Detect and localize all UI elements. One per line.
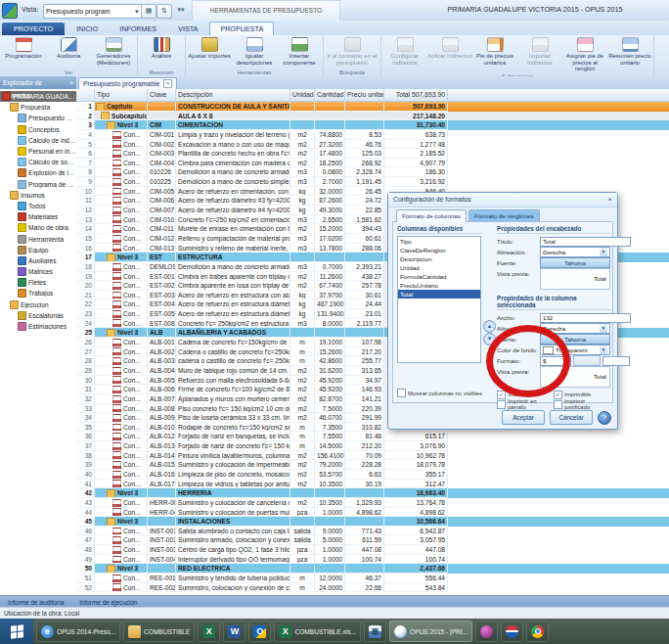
ribbon-tab-vista[interactable]: VISTA — [168, 23, 207, 35]
col-total[interactable]: Total 507,693.90 — [384, 89, 448, 101]
status-tab-informe-de-ejecuci-n[interactable]: Informe de ejecución — [71, 599, 145, 606]
taskbar-item-excel[interactable]: X — [198, 621, 220, 642]
sidebar-item-ejecucion[interactable]: Ejecucion — [0, 299, 76, 310]
taskbar-item-opus-2015-pri[interactable]: OPUS 2015 - [PRI... — [389, 621, 472, 642]
aceptar-button[interactable]: Aceptar — [502, 410, 545, 425]
ribbon-button-programaci-n[interactable]: Programación — [1, 36, 46, 69]
sidebar-item-explosi-n-de-insumos[interactable]: Explosión de insumos — [0, 167, 76, 178]
sidebar-item-insumos[interactable]: Insumos — [0, 190, 76, 201]
quick-sort-button[interactable]: ⇅ — [156, 4, 172, 19]
ribbon-button-auditor-a[interactable]: Auditoría — [46, 36, 91, 69]
sidebar-item-mano-de-obra[interactable]: Mano de obra — [0, 222, 76, 233]
close-icon[interactable]: × — [607, 193, 612, 207]
table-row-cim-001[interactable]: 4Con...CIM-001Limpia y trazo y nivelació… — [76, 130, 669, 140]
table-row-construccion-de-aula-y-sanitarios-en-la[interactable]: 1CapítuloCONSTRUCCION DE AULA Y SANITARI… — [76, 102, 669, 112]
vista-combo[interactable]: Presupuesto program ▼ — [43, 4, 143, 19]
ribbon-button-insertar-componente[interactable]: Insertar componente — [277, 36, 322, 69]
sidebar-item-estimaciones[interactable]: Estimaciones — [0, 321, 76, 332]
quick-more-button[interactable]: ▾▾ — [174, 4, 188, 17]
sidebar-item-programa-de-suminist[interactable]: Programa de suminist... — [0, 179, 76, 190]
ribbon-tab-informes[interactable]: INFORMES — [110, 23, 166, 35]
dialog-column-item-formulacantidad[interactable]: FormulaCantidad — [398, 272, 480, 281]
sidebar-item-fletes[interactable]: Fletes — [0, 277, 76, 288]
dialog-column-item-tipo[interactable]: Tipo — [398, 237, 480, 246]
ribbon-tab-inicio[interactable]: INICIO — [67, 23, 108, 35]
col-descripcion[interactable]: Descripción — [176, 89, 290, 101]
table-row-cim-002[interactable]: 5Con...CIM-002Excavación a mano o con us… — [76, 140, 669, 150]
table-row-inst-002[interactable]: 47Con...INST-002Suministro armado, coloc… — [76, 535, 669, 545]
quick-layout-button[interactable]: ▦ — [141, 4, 156, 19]
table-row-instalaciones[interactable]: 45Nivel 3INSTALACIONES10,566.64 — [76, 517, 669, 527]
table-row-inst-001[interactable]: 46Con...INST-001Salida alumbrado o conta… — [76, 527, 669, 536]
ancho-input[interactable] — [540, 313, 631, 323]
taskbar-item-opus-2014-presu[interactable]: eOPUS 2014-Presu... — [36, 621, 120, 642]
dialog-column-item-preciounitario[interactable]: PrecioUnitario — [398, 281, 480, 290]
sidebar-item-escalatorias[interactable]: Escalatorias — [0, 310, 76, 321]
taskbar-item-docs[interactable]: ≣ — [364, 621, 386, 642]
table-row-ree-002[interactable]: 52Con...REE-002Suministro, colocacion y … — [76, 583, 669, 593]
sidebar-item-herramienta[interactable]: Herramienta — [0, 233, 76, 244]
sidebar-item-presupuesto-progra[interactable]: Presupuesto progra... — [0, 113, 76, 123]
sidebar-item-conceptos[interactable]: Conceptos — [0, 124, 76, 135]
sidebar-item-c-lculo-de-sobrecostos[interactable]: Cálculo de sobrecostos — [0, 157, 76, 167]
table-row-010225[interactable]: 9Con...010225Demolición a mano de concre… — [76, 177, 669, 187]
sidebar-item-auxiliares[interactable]: Auxiliares — [0, 255, 76, 266]
ribbon-button-an-lisis[interactable]: Análisis — [139, 36, 184, 69]
status-tab-informe-de-auditor-a[interactable]: Informe de auditoría — [0, 599, 71, 606]
start-button[interactable] — [0, 619, 33, 644]
table-row-ree-001[interactable]: 51Con...REE-001Suministro y tendido de t… — [76, 574, 669, 583]
sidebar-item-c-lculo-de-indirectos[interactable]: Cálculo de indirectos — [0, 135, 76, 146]
taskbar-item-pepsi[interactable] — [501, 621, 523, 642]
ribbon-tab-proyecto[interactable]: PROYECTO — [2, 23, 65, 35]
col-rownum[interactable] — [76, 89, 95, 101]
table-row-alb-015[interactable]: 39Con...ALB-015Suministro y colocación d… — [76, 460, 669, 470]
col-unidad[interactable]: Unidad — [290, 89, 315, 101]
help-button[interactable]: ? — [598, 411, 611, 425]
table-row-inst-004[interactable]: 49Con...INST-004Interruptor derivado tip… — [76, 555, 669, 565]
dialog-column-item-total[interactable]: Total — [398, 290, 480, 299]
ribbon-tab-propuesta[interactable]: PROPUESTA — [209, 22, 274, 35]
table-row-alb-012[interactable]: 36Con...ALB-012Forjado de nariz en banqu… — [76, 432, 669, 441]
ribbon-button-ajustar-importes[interactable]: Ajustar importes — [187, 36, 232, 69]
dialog-column-item-unidad[interactable]: Unidad — [398, 263, 480, 272]
close-icon[interactable]: × — [163, 79, 172, 88]
sidebar-item-personal-en-indirectos[interactable]: Personal en indirectos — [0, 146, 76, 157]
table-row-red-electrica[interactable]: 50Nivel 3RED ELECTRICA2,437.66 — [76, 564, 669, 574]
table-row-alb-013[interactable]: 37Con...ALB-013Forjado de nariz de concr… — [76, 441, 669, 451]
tab-presupuesto-programable[interactable]: Presupuesto programable × — [78, 77, 177, 89]
table-row-alb-017[interactable]: 41Con...ALB-017Limpieza de vidrios y tab… — [76, 480, 669, 489]
ribbon-button-asignar-pie-de-precios-al-rengl-n[interactable]: Asignar pie de precios al renglón — [562, 36, 607, 72]
table-row-inst-003[interactable]: 48Con...INST-003Centro de carga tipo QO2… — [76, 545, 669, 555]
table-row-cim-003[interactable]: 6Con...CIM-003Plantilla de concreto hech… — [76, 149, 669, 159]
table-row-cim-004[interactable]: 7Con...CIM-004Cimbra para cimentación co… — [76, 159, 669, 168]
sidebar-item-equipo[interactable]: Equipo — [0, 245, 76, 255]
taskbar-item-chrome[interactable] — [526, 621, 549, 642]
table-row-herr-003[interactable]: 43Con...HERR-003Suministro y colocación … — [76, 498, 669, 508]
col-tipo[interactable]: Tipo — [95, 89, 148, 101]
sidebar-item-todos[interactable]: Todos — [0, 201, 76, 211]
taskbar-item-orb[interactable] — [475, 621, 498, 642]
tab-formato-de-columnas[interactable]: Formato de columnas — [396, 209, 467, 222]
formato-decimals-input[interactable] — [602, 356, 630, 366]
taskbar-item-word[interactable]: W — [223, 621, 245, 642]
table-row-alb-014[interactable]: 38Con...ALB-014Pintura vinílica lavable/… — [76, 451, 669, 461]
cancelar-button[interactable]: Cancelar — [550, 410, 593, 425]
sidebar-item-matrices[interactable]: Matrices — [0, 266, 76, 277]
dialog-column-item-descripcion[interactable]: Descripcion — [398, 254, 480, 263]
table-row-herr-04[interactable]: 44Con...HERR-04Suministro y colocación d… — [76, 508, 669, 518]
alineacion-select[interactable]: Derecha ▼ — [540, 247, 610, 257]
titulo-input[interactable] — [540, 237, 631, 247]
table-row-cim[interactable]: 3Nivel 3CIMCIMENTACION31,730.40 — [76, 120, 669, 130]
col-clave[interactable]: Clave — [148, 89, 176, 101]
ribbon-button-pie-de-precios-unitarios[interactable]: Pie de precios unitarios — [472, 36, 517, 72]
table-row-010226[interactable]: 8Con...010226Demolición a mano de concre… — [76, 167, 669, 177]
col-precio-unitario[interactable]: Precio unitario — [345, 89, 384, 101]
taskbar-item-combustible[interactable]: COMBUSTIBLE — [123, 621, 195, 642]
move-up-button[interactable]: ▲ — [483, 320, 496, 333]
show-hidden-columns-checkbox[interactable]: Mostrar columnas no visibles — [397, 389, 482, 397]
columns-listbox[interactable]: TipoClaveDeRenglonDescripcionUnidadFormu… — [397, 236, 481, 363]
sidebar-item-trabajos[interactable]: Trabajos — [0, 288, 76, 299]
formato-separator-select[interactable] — [573, 355, 601, 366]
imprimir-parrafo-checkbox[interactable]: Imprimir en párrafo — [497, 398, 554, 410]
col-cantidad[interactable]: Cantidad — [315, 89, 345, 101]
